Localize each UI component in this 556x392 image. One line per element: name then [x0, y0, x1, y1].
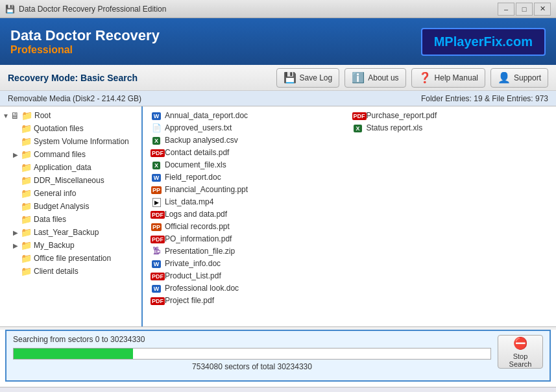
tree-panel[interactable]: ▼ 🖥 📁 Root 📁 Quotation files 📁 System Vo…: [0, 106, 143, 326]
info-icon: ℹ️: [352, 71, 365, 84]
file-name: Status report.xls: [367, 123, 423, 132]
toggle-icon: [13, 164, 21, 171]
folder-icon: 📁: [21, 188, 32, 199]
tree-label: My_Backup: [34, 241, 75, 250]
file-name: Financial_Acounting.ppt: [165, 185, 248, 194]
folder-icon: 📁: [21, 266, 32, 276]
file-name: Private_info.doc: [165, 259, 221, 268]
tree-label: General info: [34, 189, 76, 198]
tree-item[interactable]: ▶ 📁 Last_Year_Backup: [3, 226, 139, 239]
file-item[interactable]: X Backup analysed.csv: [148, 134, 350, 146]
tree-item[interactable]: 📁 Application_data: [3, 161, 139, 174]
entry-count: Folder Entries: 19 & File Entries: 973: [421, 94, 548, 103]
brand-logo: MPlayerFix.com: [421, 28, 546, 56]
file-item[interactable]: 📄 Approved_users.txt: [148, 121, 350, 134]
folder-icon: 📁: [21, 136, 32, 147]
file-item[interactable]: PP Official records.ppt: [148, 220, 350, 232]
file-item[interactable]: X Status report.xls: [350, 121, 551, 134]
tree-label: Office file presentation: [34, 254, 111, 263]
tree-label: Application_data: [34, 163, 91, 172]
toggle-icon: ▼: [3, 112, 10, 119]
tree-label: Root: [34, 111, 51, 120]
help-icon: ❓: [418, 71, 431, 84]
file-item[interactable]: PDF PO_information.pdf: [148, 232, 350, 245]
stop-label: StopSearch: [509, 352, 532, 368]
toggle-icon: ▶: [13, 242, 21, 249]
file-item[interactable]: W Professional look.doc: [148, 282, 350, 294]
titlebar: 💾 Data Doctor Recovery Professional Edit…: [0, 0, 556, 18]
tree-item[interactable]: 📁 Data files: [3, 213, 139, 226]
maximize-button[interactable]: □: [516, 3, 533, 16]
progress-bar-fill: [14, 349, 133, 359]
tree-item-root[interactable]: ▼ 🖥 📁 Root: [3, 109, 139, 122]
tree-item[interactable]: 📁 Office file presentation: [3, 252, 139, 265]
file-item[interactable]: PDF Logs and data.pdf: [148, 208, 350, 220]
bottom-panel: ◀ Back ℹ️ You can stop searching Files a…: [0, 387, 556, 392]
ppt-icon: PP: [151, 186, 162, 194]
main-content: ▼ 🖥 📁 Root 📁 Quotation files 📁 System Vo…: [0, 106, 556, 327]
file-name: Project file.pdf: [165, 296, 214, 305]
toggle-icon: ▶: [13, 151, 21, 158]
tree-items: 📁 Quotation files 📁 System Volume Inform…: [3, 122, 139, 278]
stop-search-button[interactable]: ⛔ StopSearch: [498, 335, 543, 369]
tree-item[interactable]: 📁 DDR_Miscellaneous: [3, 174, 139, 187]
doc-icon: W: [152, 260, 162, 268]
file-item[interactable]: X Document_file.xls: [148, 158, 350, 171]
toolbar: Recovery Mode: Basic Search 💾 Save Log ℹ…: [0, 65, 556, 91]
file-item[interactable]: W Annual_data_report.doc: [148, 109, 350, 121]
file-item[interactable]: PDF Purchase_report.pdf: [350, 109, 551, 121]
folder-icon: 📁: [21, 214, 32, 225]
tree-label: System Volume Information: [34, 137, 129, 146]
file-item[interactable]: PDF Contact details.pdf: [148, 146, 350, 158]
recovery-mode-label: Recovery Mode: Basic Search: [8, 73, 271, 83]
window-title: Data Doctor Recovery Professional Editio…: [19, 5, 498, 14]
toggle-icon: [13, 268, 21, 275]
xls-icon: X: [152, 162, 160, 169]
file-item[interactable]: 🗜 Presentation_file.zip: [148, 245, 350, 257]
tree-item[interactable]: 📁 Client details: [3, 265, 139, 278]
pdf-icon: PDF: [151, 236, 165, 243]
file-item[interactable]: W Field_report.doc: [148, 171, 350, 183]
file-item[interactable]: PDF Product_List.pdf: [148, 269, 350, 282]
save-log-button[interactable]: 💾 Save Log: [276, 68, 340, 88]
statusbar: Removable Media (Disk2 - 214.42 GB) Fold…: [0, 91, 556, 106]
file-name: Contact details.pdf: [165, 148, 229, 157]
file-item[interactable]: PP Financial_Acounting.ppt: [148, 183, 350, 195]
tree-item[interactable]: ▶ 📁 My_Backup: [3, 239, 139, 252]
doc-icon: W: [152, 285, 162, 293]
minimize-button[interactable]: –: [498, 3, 514, 16]
tree-label: Budget Analysis: [34, 202, 89, 211]
progress-container: Searching from sectors 0 to 30234330 753…: [0, 330, 556, 387]
file-item[interactable]: W Private_info.doc: [148, 257, 350, 269]
tree-item[interactable]: 📁 Quotation files: [3, 122, 139, 135]
tree-item[interactable]: 📁 General info: [3, 187, 139, 200]
toggle-icon: [13, 177, 21, 184]
toggle-icon: [13, 190, 21, 197]
toggle-icon: [13, 203, 21, 210]
file-name: Presentation_file.zip: [165, 247, 235, 256]
zip-icon: 🗜: [152, 246, 161, 256]
file-name: Field_report.doc: [165, 173, 221, 182]
file-item[interactable]: ▶ List_data.mp4: [148, 195, 350, 208]
folder-icon: 📁: [21, 253, 32, 263]
progress-text: Searching from sectors 0 to 30234330: [13, 335, 491, 344]
toggle-icon: [13, 138, 21, 145]
tree-item[interactable]: 📁 Budget Analysis: [3, 200, 139, 213]
pdf-icon: PDF: [151, 211, 165, 219]
file-item[interactable]: PDF Project file.pdf: [148, 294, 350, 306]
folder-icon: 📁: [21, 240, 32, 251]
folder-icon: 📁: [21, 123, 32, 134]
about-us-button[interactable]: ℹ️ About us: [344, 68, 405, 88]
support-button[interactable]: 👤 Support: [490, 68, 548, 88]
progress-info: Searching from sectors 0 to 30234330 753…: [13, 335, 491, 371]
tree-item[interactable]: 📁 System Volume Information: [3, 135, 139, 148]
pdf-icon: PDF: [151, 297, 165, 305]
file-panel[interactable]: W Annual_data_report.doc 📄 Approved_user…: [143, 106, 556, 326]
close-button[interactable]: ✕: [534, 3, 551, 16]
tree-item[interactable]: ▶ 📁 Command files: [3, 148, 139, 161]
file-name: Professional look.doc: [165, 284, 239, 293]
help-manual-button[interactable]: ❓ Help Manual: [411, 68, 485, 88]
file-name: List_data.mp4: [165, 197, 213, 206]
save-log-icon: 💾: [284, 71, 296, 84]
file-column-1: W Annual_data_report.doc 📄 Approved_user…: [148, 109, 350, 306]
